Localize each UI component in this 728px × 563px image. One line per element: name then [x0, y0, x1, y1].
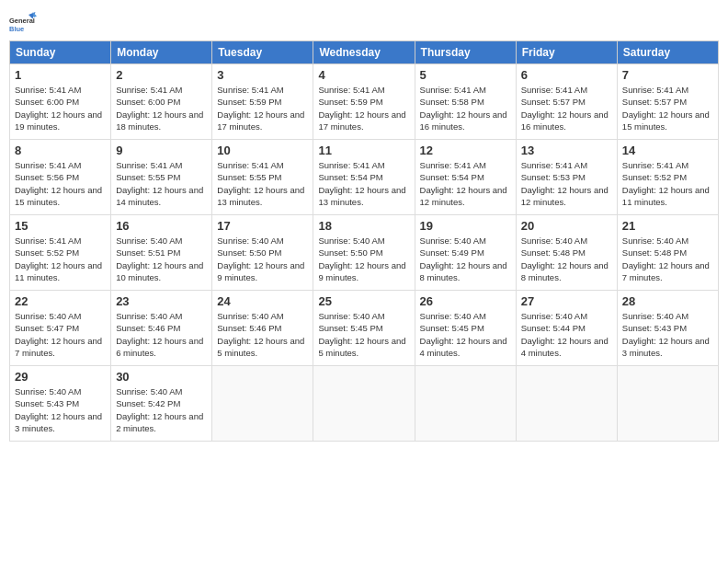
- calendar-header-row: SundayMondayTuesdayWednesdayThursdayFrid…: [10, 41, 719, 64]
- header-saturday: Saturday: [617, 41, 718, 64]
- day-cell-14: 14Sunrise: 5:41 AMSunset: 5:52 PMDayligh…: [617, 140, 718, 215]
- day-cell-20: 20Sunrise: 5:40 AMSunset: 5:48 PMDayligh…: [516, 215, 617, 291]
- day-cell-3: 3Sunrise: 5:41 AMSunset: 5:59 PMDaylight…: [212, 64, 313, 140]
- day-cell-28: 28Sunrise: 5:40 AMSunset: 5:43 PMDayligh…: [617, 291, 718, 366]
- empty-cell-4-6: [617, 366, 718, 442]
- day-cell-4: 4Sunrise: 5:41 AMSunset: 5:59 PMDaylight…: [313, 64, 415, 140]
- empty-cell-4-3: [313, 366, 415, 442]
- day-cell-26: 26Sunrise: 5:40 AMSunset: 5:45 PMDayligh…: [415, 291, 516, 366]
- day-cell-1: 1Sunrise: 5:41 AMSunset: 6:00 PMDaylight…: [10, 64, 111, 140]
- day-cell-6: 6Sunrise: 5:41 AMSunset: 5:57 PMDaylight…: [516, 64, 617, 140]
- header-tuesday: Tuesday: [212, 41, 313, 64]
- day-cell-18: 18Sunrise: 5:40 AMSunset: 5:50 PMDayligh…: [313, 215, 415, 291]
- day-cell-22: 22Sunrise: 5:40 AMSunset: 5:47 PMDayligh…: [10, 291, 111, 366]
- day-cell-8: 8Sunrise: 5:41 AMSunset: 5:56 PMDaylight…: [10, 140, 111, 215]
- week-row-5: 29Sunrise: 5:40 AMSunset: 5:43 PMDayligh…: [10, 366, 719, 442]
- day-cell-5: 5Sunrise: 5:41 AMSunset: 5:58 PMDaylight…: [415, 64, 516, 140]
- logo: General Blue: [9, 9, 40, 37]
- day-cell-21: 21Sunrise: 5:40 AMSunset: 5:48 PMDayligh…: [617, 215, 718, 291]
- day-cell-23: 23Sunrise: 5:40 AMSunset: 5:46 PMDayligh…: [111, 291, 212, 366]
- page-header: General Blue: [9, 9, 719, 37]
- header-friday: Friday: [516, 41, 617, 64]
- header-thursday: Thursday: [415, 41, 516, 64]
- svg-text:Blue: Blue: [9, 25, 24, 33]
- week-row-2: 8Sunrise: 5:41 AMSunset: 5:56 PMDaylight…: [10, 140, 719, 215]
- empty-cell-4-5: [516, 366, 617, 442]
- day-cell-24: 24Sunrise: 5:40 AMSunset: 5:46 PMDayligh…: [212, 291, 313, 366]
- day-cell-13: 13Sunrise: 5:41 AMSunset: 5:53 PMDayligh…: [516, 140, 617, 215]
- day-cell-12: 12Sunrise: 5:41 AMSunset: 5:54 PMDayligh…: [415, 140, 516, 215]
- empty-cell-4-2: [212, 366, 313, 442]
- header-wednesday: Wednesday: [313, 41, 415, 64]
- day-cell-11: 11Sunrise: 5:41 AMSunset: 5:54 PMDayligh…: [313, 140, 415, 215]
- week-row-4: 22Sunrise: 5:40 AMSunset: 5:47 PMDayligh…: [10, 291, 719, 366]
- day-cell-27: 27Sunrise: 5:40 AMSunset: 5:44 PMDayligh…: [516, 291, 617, 366]
- day-cell-17: 17Sunrise: 5:40 AMSunset: 5:50 PMDayligh…: [212, 215, 313, 291]
- svg-text:General: General: [9, 17, 35, 25]
- header-monday: Monday: [111, 41, 212, 64]
- day-cell-25: 25Sunrise: 5:40 AMSunset: 5:45 PMDayligh…: [313, 291, 415, 366]
- calendar-table: SundayMondayTuesdayWednesdayThursdayFrid…: [9, 40, 719, 442]
- day-cell-2: 2Sunrise: 5:41 AMSunset: 6:00 PMDaylight…: [111, 64, 212, 140]
- header-sunday: Sunday: [10, 41, 111, 64]
- logo-icon: General Blue: [9, 9, 37, 37]
- day-cell-15: 15Sunrise: 5:41 AMSunset: 5:52 PMDayligh…: [10, 215, 111, 291]
- week-row-1: 1Sunrise: 5:41 AMSunset: 6:00 PMDaylight…: [10, 64, 719, 140]
- day-cell-19: 19Sunrise: 5:40 AMSunset: 5:49 PMDayligh…: [415, 215, 516, 291]
- day-cell-29: 29Sunrise: 5:40 AMSunset: 5:43 PMDayligh…: [10, 366, 111, 442]
- day-cell-10: 10Sunrise: 5:41 AMSunset: 5:55 PMDayligh…: [212, 140, 313, 215]
- day-cell-30: 30Sunrise: 5:40 AMSunset: 5:42 PMDayligh…: [111, 366, 212, 442]
- day-cell-16: 16Sunrise: 5:40 AMSunset: 5:51 PMDayligh…: [111, 215, 212, 291]
- empty-cell-4-4: [415, 366, 516, 442]
- week-row-3: 15Sunrise: 5:41 AMSunset: 5:52 PMDayligh…: [10, 215, 719, 291]
- day-cell-9: 9Sunrise: 5:41 AMSunset: 5:55 PMDaylight…: [111, 140, 212, 215]
- day-cell-7: 7Sunrise: 5:41 AMSunset: 5:57 PMDaylight…: [617, 64, 718, 140]
